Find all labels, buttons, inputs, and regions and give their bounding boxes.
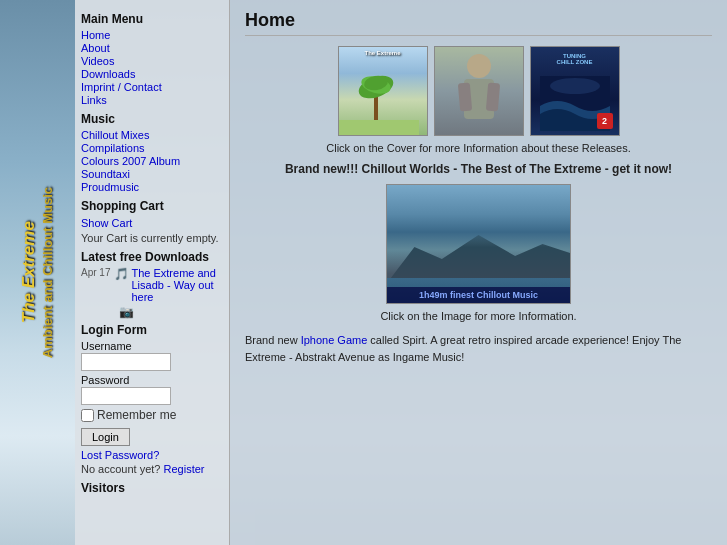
nav-imprint[interactable]: Imprint / Contact — [81, 81, 223, 93]
person-svg — [449, 51, 509, 131]
chillout-worlds-image[interactable]: 1h49m finest Chillout Music — [386, 184, 571, 304]
remember-row: Remember me — [81, 408, 223, 422]
chill-zone-title: TUNINGCHILL ZONE — [557, 53, 593, 65]
download-date: Apr 17 — [81, 267, 110, 278]
iphone-text: Brand new Iphone Game called Spirt. A gr… — [245, 332, 712, 365]
album1-top-text: The Extreme — [339, 50, 427, 56]
page-title: Home — [245, 10, 712, 36]
nav-about[interactable]: About — [81, 42, 223, 54]
no-account-text: No account yet? Register — [81, 463, 223, 475]
password-label: Password — [81, 374, 223, 386]
shopping-cart-heading: Shopping Cart — [81, 199, 223, 213]
remember-checkbox[interactable] — [81, 409, 94, 422]
latest-downloads-heading: Latest free Downloads — [81, 250, 223, 264]
iphone-prefix: Brand new — [245, 334, 301, 346]
main-layout: Main Menu Home About Videos Downloads Im… — [75, 0, 727, 545]
chillout-worlds-text: Brand new!!! Chillout Worlds - The Best … — [245, 162, 712, 176]
chillout-overlay-text: 1h49m finest Chillout Music — [387, 287, 570, 303]
remember-label: Remember me — [97, 408, 176, 422]
nav-home[interactable]: Home — [81, 29, 223, 41]
download-item: Apr 17 🎵 The Extreme and Lisadb - Way ou… — [81, 267, 223, 303]
visitors-heading: Visitors — [81, 481, 223, 495]
cart-empty-text: Your Cart is currently empty. — [81, 232, 223, 244]
password-input[interactable] — [81, 387, 171, 405]
music-heading: Music — [81, 112, 223, 126]
main-menu-heading: Main Menu — [81, 12, 223, 26]
music-compilations[interactable]: Compilations — [81, 142, 223, 154]
left-banner: The Extreme Ambient and Chillout Music — [0, 0, 75, 545]
svg-point-10 — [550, 78, 600, 94]
register-link[interactable]: Register — [164, 463, 205, 475]
covers-info-text: Click on the Cover for more Information … — [245, 142, 712, 154]
music-soundtaxi[interactable]: Soundtaxi — [81, 168, 223, 180]
album-cover-3[interactable]: TUNINGCHILL ZONE 2 — [530, 46, 620, 136]
download-link[interactable]: The Extreme and Lisadb - Way out here — [131, 267, 223, 303]
album-cover-2[interactable] — [434, 46, 524, 136]
palm-svg — [339, 65, 419, 135]
chillout-click-text: Click on the Image for more Information. — [245, 310, 712, 322]
album-covers-row: The Extreme — [245, 46, 712, 136]
login-form: Login Form Username Password Remember me… — [81, 323, 223, 475]
content-area: Home The Extreme — [230, 0, 727, 545]
username-label: Username — [81, 340, 223, 352]
iphone-game-link[interactable]: Iphone Game — [301, 334, 368, 346]
svg-rect-8 — [485, 83, 499, 112]
music-colours-album[interactable]: Colours 2007 Album — [81, 155, 223, 167]
album-cover-1[interactable]: The Extreme — [338, 46, 428, 136]
chillout-image-wrapper: 1h49m finest Chillout Music — [245, 184, 712, 304]
mountain-bg — [387, 185, 570, 303]
lost-password-link[interactable]: Lost Password? — [81, 449, 223, 461]
nav-videos[interactable]: Videos — [81, 55, 223, 67]
music-proudmusic[interactable]: Proudmusic — [81, 181, 223, 193]
show-cart-link[interactable]: Show Cart — [81, 217, 132, 229]
banner-text: The Extreme Ambient and Chillout Music — [18, 187, 57, 358]
banner-subtitle: Ambient and Chillout Music — [40, 187, 55, 358]
svg-rect-4 — [339, 120, 419, 135]
sidebar: Main Menu Home About Videos Downloads Im… — [75, 0, 230, 545]
username-input[interactable] — [81, 353, 171, 371]
login-button[interactable]: Login — [81, 428, 130, 446]
nav-links[interactable]: Links — [81, 94, 223, 106]
music-chillout-mixes[interactable]: Chillout Mixes — [81, 129, 223, 141]
mountain-shape — [387, 223, 570, 283]
banner-title: The Extreme — [19, 221, 38, 323]
music-icon: 🎵 — [114, 267, 129, 281]
camera-icon: 📷 — [119, 305, 134, 319]
svg-rect-7 — [457, 83, 471, 112]
chill-zone-number: 2 — [597, 113, 613, 129]
svg-point-5 — [467, 54, 491, 78]
nav-downloads[interactable]: Downloads — [81, 68, 223, 80]
login-form-heading: Login Form — [81, 323, 223, 337]
